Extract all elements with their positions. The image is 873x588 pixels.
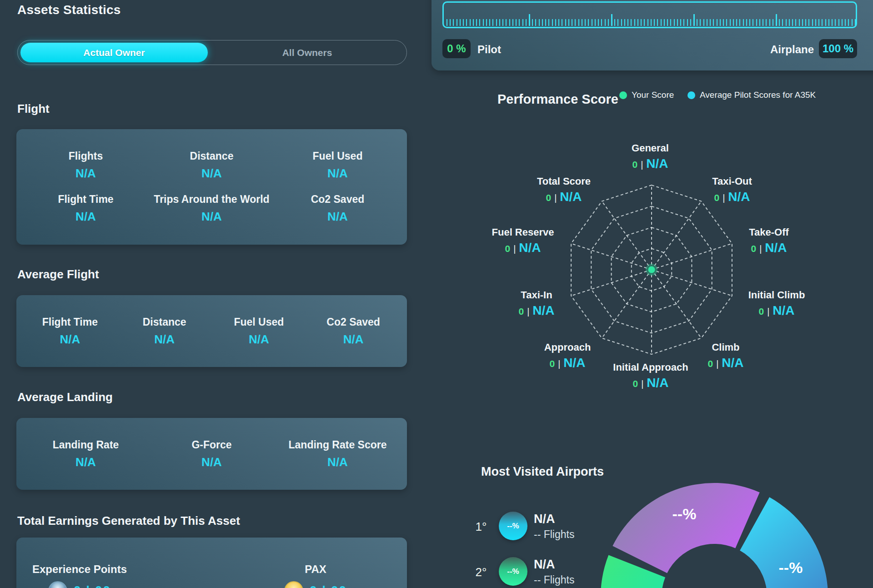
- ruler-tick: [710, 19, 711, 26]
- stat-distance: DistanceN/A: [149, 150, 275, 181]
- ruler-tick: [512, 19, 513, 26]
- ruler-tick: [519, 19, 520, 26]
- ruler-tick: [617, 19, 618, 26]
- ruler-tick: [822, 19, 823, 26]
- stat-label: Co2 Saved: [275, 193, 401, 206]
- section-heading-total-earnings: Total Earnings Generated by This Asset: [17, 514, 240, 528]
- stat-fuel-used: Fuel UsedN/A: [275, 150, 401, 181]
- ruler-tick: [582, 19, 582, 26]
- earnings-label: PAX: [279, 563, 352, 576]
- radar-label-fuel-reserve: Fuel Reserve0|N/A: [464, 226, 582, 257]
- radar-axis-value: 0|N/A: [592, 375, 710, 392]
- ruler-tick: [605, 19, 606, 26]
- ruler-tick: [832, 19, 833, 26]
- radar-label-taxi-in: Taxi-In0|N/A: [477, 288, 596, 320]
- stats-row: Landing RateN/AG-ForceN/ALanding Rate Sc…: [23, 439, 401, 469]
- radar-axis-value: 0|N/A: [505, 189, 623, 206]
- radar-label-total-score: Total Score0|N/A: [505, 175, 623, 206]
- ruler-tick: [657, 19, 658, 26]
- radar-axis-spoke: [652, 201, 701, 270]
- ruler-tick: [690, 19, 691, 26]
- ruler-tick: [687, 19, 688, 26]
- axis-na-value: N/A: [647, 376, 668, 390]
- ruler-tick: [585, 19, 586, 26]
- stat-label: Flight Time: [23, 193, 149, 206]
- stats-row: Flight TimeN/ADistanceN/AFuel UsedN/ACo2…: [23, 316, 401, 347]
- ruler-major-tick: [776, 14, 777, 26]
- ruler-tick: [624, 19, 625, 26]
- radar-axis-name: General: [591, 141, 709, 155]
- ruler-tick: [700, 19, 701, 26]
- stat-landing-rate-score: Landing Rate ScoreN/A: [275, 439, 401, 469]
- stat-flight-time: Flight TimeN/A: [23, 193, 149, 224]
- stat-value: N/A: [149, 166, 275, 181]
- ruler-tick: [677, 19, 678, 26]
- ruler-tick: [759, 19, 760, 26]
- radar-label-taxi-out: Taxi-Out0|N/A: [673, 175, 791, 206]
- ruler-tick: [799, 19, 800, 26]
- ruler-tick: [460, 19, 461, 26]
- axis-na-value: N/A: [722, 356, 743, 370]
- axis-score: 0: [714, 192, 719, 203]
- toggle-actual-owner[interactable]: Actual Owner: [20, 43, 208, 62]
- earnings-experience-points: Experience Points0 | 00: [25, 563, 134, 588]
- ruler-tick: [763, 19, 763, 26]
- ruler-tick: [855, 19, 856, 26]
- ruler-tick: [532, 19, 533, 26]
- axis-na-value: N/A: [532, 303, 554, 317]
- stat-co2-saved: Co2 SavedN/A: [275, 193, 401, 224]
- ruler-tick: [463, 19, 464, 26]
- ruler-tick: [670, 19, 671, 26]
- ruler-tick: [707, 19, 707, 26]
- ownership-ruler-slider[interactable]: [442, 1, 857, 28]
- ruler-tick: [555, 19, 556, 26]
- ruler-tick: [802, 19, 803, 26]
- axis-score: 0: [546, 192, 551, 203]
- ruler-tick: [746, 19, 747, 26]
- stat-value: N/A: [23, 166, 149, 181]
- ruler-tick: [786, 19, 787, 26]
- ruler-tick: [595, 19, 596, 26]
- ruler-tick: [789, 19, 790, 26]
- ruler-tick: [753, 19, 753, 26]
- ruler-tick: [736, 19, 737, 26]
- ruler-tick: [664, 19, 665, 26]
- axis-na-value: N/A: [728, 190, 750, 204]
- ruler-tick: [627, 19, 628, 26]
- ruler-tick: [450, 19, 451, 26]
- axis-separator: |: [637, 160, 646, 170]
- rank-number: 1°: [468, 520, 494, 534]
- ruler-tick: [766, 19, 767, 26]
- donut-segment-purple: [612, 483, 759, 573]
- radar-axis-name: Climb: [667, 341, 785, 354]
- axis-separator: |: [719, 193, 728, 203]
- ruler-tick: [647, 19, 648, 26]
- ruler-tick: [535, 19, 536, 26]
- ruler-tick: [795, 19, 796, 26]
- radar-axis-spoke: [652, 270, 701, 338]
- stat-g-force: G-ForceN/A: [149, 439, 275, 469]
- ruler-tick: [713, 19, 714, 26]
- ruler-tick: [726, 19, 727, 26]
- section-heading-average-landing: Average Landing: [17, 390, 113, 404]
- toggle-all-owners[interactable]: All Owners: [208, 47, 406, 58]
- ruler-tick: [852, 19, 853, 26]
- ruler-tick: [614, 19, 615, 26]
- ruler-tick: [818, 19, 819, 26]
- ruler-major-tick: [693, 14, 695, 26]
- stat-trips-around-the-world: Trips Around the WorldN/A: [149, 193, 275, 224]
- radar-axis-value: 0|N/A: [673, 189, 791, 206]
- ruler-tick: [825, 19, 826, 26]
- airplane-percent-badge: 100 %: [819, 39, 857, 58]
- axis-separator: |: [510, 244, 519, 254]
- ruler-tick: [661, 19, 662, 26]
- ruler-tick: [542, 19, 543, 26]
- earnings-value-row: 0 | 00: [279, 581, 352, 588]
- average-landing-stats-card: Landing RateN/AG-ForceN/ALanding Rate Sc…: [16, 418, 407, 490]
- radar-axis-value: 0|N/A: [508, 355, 627, 372]
- legend-your-score: Your Score: [619, 90, 674, 100]
- flight-stats-card: FlightsN/ADistanceN/AFuel UsedN/AFlight …: [16, 129, 407, 245]
- stat-value: N/A: [149, 210, 275, 224]
- axis-na-value: N/A: [646, 156, 668, 171]
- earnings-value-row: 0 | 00: [25, 581, 134, 588]
